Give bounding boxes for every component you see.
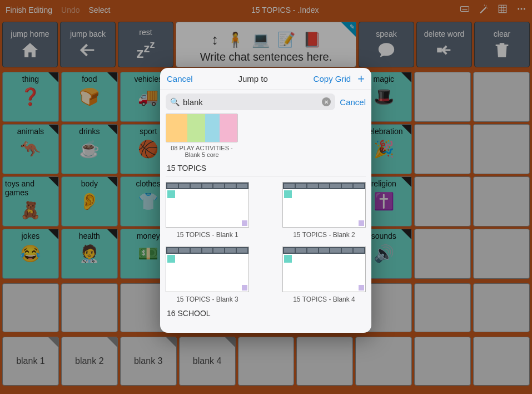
jump-to-modal: Cancel Jump to Copy Grid + 🔍 ✕ Cancel 08… [160, 68, 371, 333]
result-item[interactable]: 15 TOPICS - Blank 4 [282, 247, 366, 303]
search-box[interactable]: 🔍 ✕ [166, 93, 335, 110]
modal-header: Cancel Jump to Copy Grid + [160, 68, 371, 90]
modal-body[interactable]: 08 PLAY ACTIVITIES - Blank 5 core 15 TOP… [160, 114, 371, 333]
modal-cancel-button[interactable]: Cancel [167, 74, 193, 83]
section-header: 16 SCHOOL [166, 303, 366, 321]
grid-thumbnail [166, 114, 238, 142]
grid-thumbnail [166, 182, 249, 228]
grid-thumbnail [166, 247, 249, 292]
result-label: 15 TOPICS - Blank 1 [166, 231, 249, 239]
result-item[interactable]: 15 TOPICS - Blank 1 [166, 182, 249, 239]
result-label: 08 PLAY ACTIVITIES - Blank 5 core [166, 145, 238, 158]
search-input[interactable] [183, 97, 319, 107]
grid-thumbnail [282, 182, 366, 228]
result-label: 15 TOPICS - Blank 2 [282, 231, 366, 239]
result-item[interactable]: 15 TOPICS - Blank 3 [166, 247, 249, 303]
grid-thumbnail [282, 247, 366, 292]
copy-grid-button[interactable]: Copy Grid [314, 74, 351, 83]
result-item[interactable]: 08 PLAY ACTIVITIES - Blank 5 core [166, 114, 238, 158]
result-label: 15 TOPICS - Blank 4 [282, 296, 366, 303]
modal-title: Jump to [193, 74, 314, 83]
section-header: 15 TOPICS [166, 158, 366, 176]
search-cancel-button[interactable]: Cancel [340, 97, 366, 107]
clear-search-icon[interactable]: ✕ [322, 97, 331, 106]
add-button[interactable]: + [357, 72, 365, 86]
result-item[interactable]: 15 TOPICS - Blank 2 [282, 182, 366, 239]
result-label: 15 TOPICS - Blank 3 [166, 296, 249, 303]
search-row: 🔍 ✕ Cancel [160, 90, 371, 114]
search-icon: 🔍 [170, 97, 180, 106]
